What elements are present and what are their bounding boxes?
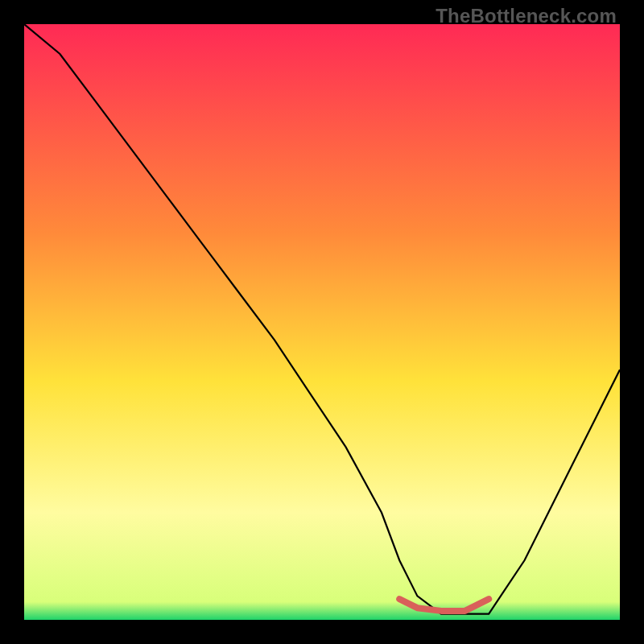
plot-frame: [24, 24, 620, 620]
gradient-bg: [24, 24, 620, 620]
watermark-text: TheBottleneck.com: [436, 5, 617, 27]
bottleneck-chart: [24, 24, 620, 620]
